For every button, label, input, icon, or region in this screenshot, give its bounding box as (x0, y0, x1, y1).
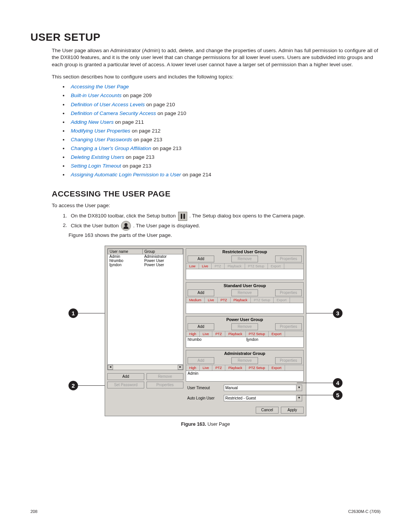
user-timeout-row: User TimeoutManual▼ (186, 384, 304, 392)
permission-tag: Playback (231, 297, 251, 303)
toc-link[interactable]: Built-in User Accounts (71, 93, 121, 98)
step-text: Click the User button (71, 222, 120, 228)
permission-tag: PTZ Setup (251, 297, 274, 303)
document-page: USER SETUP The User page allows an Admin… (0, 0, 411, 532)
cancel-button[interactable]: Cancel (256, 407, 279, 414)
callout-4: 4 (333, 378, 342, 388)
list-item[interactable]: ljyndon (245, 337, 303, 347)
permission-tag: High (186, 331, 200, 337)
table-cell: htrumbo (108, 259, 143, 263)
group-panel: Restricted User GroupAddRemoveProperties… (186, 248, 304, 280)
toc-link[interactable]: Deleting Existing Users (71, 154, 124, 160)
user-list[interactable]: User name Group AdminAdministratorhtrumb… (107, 248, 183, 370)
user-timeout-dropdown[interactable]: Manual▼ (224, 385, 302, 391)
toc-link[interactable]: Adding New Users (71, 119, 114, 125)
page-title: USER SETUP (30, 31, 381, 43)
permission-tag: PTZ (212, 365, 225, 371)
step-text: . The Setup dialog box opens to the Came… (189, 213, 305, 219)
scroll-track[interactable] (113, 365, 178, 370)
group-remove-button[interactable]: Remove (231, 323, 258, 330)
horizontal-scrollbar[interactable]: ◄ ► (108, 364, 183, 370)
setup-icon (178, 212, 187, 221)
col-group[interactable]: Group (143, 249, 183, 254)
group-member-list[interactable] (186, 303, 303, 313)
permission-tag: Live (199, 264, 212, 269)
chevron-down-icon[interactable]: ▼ (296, 395, 302, 401)
groups-column: Restricted User GroupAddRemoveProperties… (186, 248, 304, 402)
table-cell: Admin (108, 254, 143, 259)
set-password-button[interactable]: Set Password (107, 382, 144, 388)
callout-line (78, 313, 105, 314)
group-panel: Administrator GroupAddRemovePropertiesHi… (186, 350, 304, 382)
toc-item: Adding New Users on page 211 (68, 118, 381, 127)
step-text: . The User page is displayed. (133, 222, 200, 228)
table-row[interactable]: htrumboPower User (108, 259, 183, 263)
group-remove-button[interactable]: Remove (231, 256, 258, 262)
toc-link[interactable]: Setting Login Timeout (71, 163, 121, 169)
toc-page-ref: on page 213 (132, 137, 162, 142)
auto-login-dropdown[interactable]: Restricted - Guest▼ (224, 395, 302, 401)
step-2: Click the User button . The User page is… (68, 221, 381, 231)
permission-tag: PTZ (218, 297, 231, 303)
group-add-button[interactable]: Add (188, 256, 214, 262)
callout-line (78, 385, 105, 386)
toc-item: Built-in User Accounts on page 209 (68, 91, 381, 100)
toc-link[interactable]: Assigning Automatic Login Permission to … (71, 172, 181, 177)
chevron-down-icon[interactable]: ▼ (296, 385, 302, 391)
scroll-right-icon[interactable]: ► (178, 365, 183, 370)
toc-item: Assigning Automatic Login Permission to … (68, 171, 381, 179)
intro-paragraph: The User page allows an Administrator (A… (52, 47, 381, 68)
caption-text: User Page (206, 422, 230, 427)
toc-link[interactable]: Definition of User Access Levels (71, 102, 145, 107)
toc-page-ref: on page 213 (121, 163, 151, 169)
group-panel: Standard User GroupAddRemovePropertiesMe… (186, 282, 304, 314)
group-properties-button[interactable]: Properties (275, 256, 302, 262)
toc-page-ref: on page 210 (156, 110, 186, 116)
group-add-button[interactable]: Add (188, 357, 214, 364)
permission-tag: Medium (186, 297, 205, 303)
toc-link[interactable]: Accessing the User Page (71, 84, 129, 89)
figure-wrap: 1 2 3 4 5 User name Group AdminAd (68, 246, 342, 427)
toc-page-ref: on page 213 (124, 154, 155, 160)
section-heading: ACCESSING THE USER PAGE (52, 189, 381, 198)
toc-link[interactable]: Changing User Passwords (71, 137, 132, 142)
group-remove-button[interactable]: Remove (231, 289, 258, 296)
group-properties-button[interactable]: Properties (275, 323, 302, 330)
apply-button[interactable]: Apply (281, 407, 304, 414)
callout-line (297, 395, 333, 396)
table-row[interactable]: ljyndonPower User (108, 263, 183, 267)
group-add-button[interactable]: Add (188, 289, 214, 296)
group-member-list[interactable]: htrumboljyndon (186, 337, 303, 347)
steps-list: On the DX8100 toolbar, click the Setup b… (68, 211, 381, 230)
group-title: Restricted User Group (186, 249, 303, 255)
toc-link[interactable]: Modifying User Properties (71, 128, 130, 134)
add-button[interactable]: Add (107, 373, 144, 380)
permission-tag: Export (269, 331, 285, 337)
scroll-left-icon[interactable]: ◄ (108, 365, 113, 370)
permission-tag: Playback (225, 264, 245, 269)
remove-button[interactable]: Remove (147, 373, 183, 380)
list-item[interactable]: htrumbo (186, 337, 245, 347)
group-properties-button[interactable]: Properties (275, 357, 302, 364)
group-remove-button[interactable]: Remove (231, 357, 258, 364)
caption-label: Figure 163. (181, 422, 206, 427)
group-add-button[interactable]: Add (188, 323, 214, 330)
permission-tag: PTZ Setup (246, 365, 269, 371)
auto-login-row: Auto Login UserRestricted - Guest▼ (186, 394, 304, 402)
list-item[interactable]: Admin (186, 371, 245, 381)
col-username[interactable]: User name (108, 249, 143, 254)
permission-tag: PTZ (212, 264, 225, 269)
lead-paragraph: This section describes how to configure … (52, 73, 381, 80)
group-title: Administrator Group (186, 350, 303, 356)
properties-button[interactable]: Properties (147, 382, 183, 388)
table-cell: Power User (143, 259, 183, 263)
page-number: 208 (30, 509, 37, 514)
group-properties-button[interactable]: Properties (275, 289, 302, 296)
group-member-list[interactable]: Admin (186, 371, 303, 381)
permission-tag: Live (200, 331, 213, 337)
group-member-list[interactable] (186, 269, 303, 280)
table-row[interactable]: AdminAdministrator (108, 254, 183, 259)
toc-item: Setting Login Timeout on page 213 (68, 162, 381, 171)
toc-link[interactable]: Definition of Camera Security Access (71, 110, 156, 116)
toc-link[interactable]: Changing a User's Group Affiliation (71, 145, 151, 151)
